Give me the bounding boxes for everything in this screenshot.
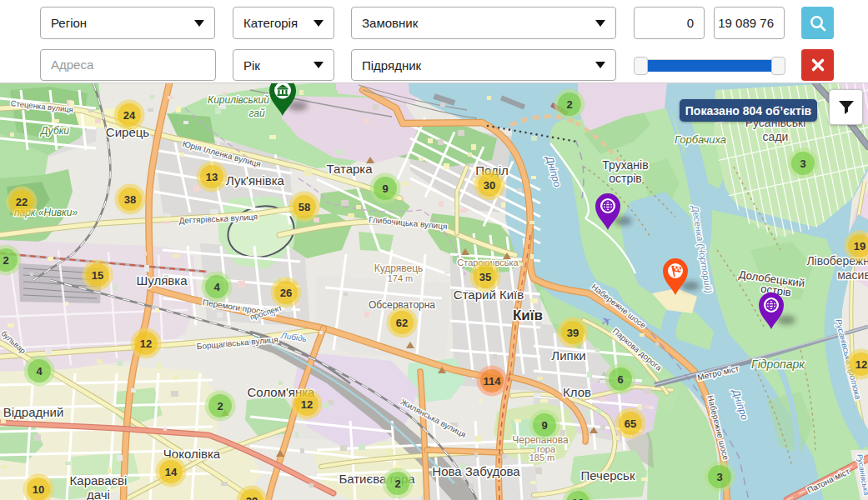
svg-text:174 m: 174 m [388, 273, 414, 283]
svg-text:Татарка: Татарка [326, 162, 373, 176]
svg-text:Липки: Липки [551, 348, 585, 362]
svg-text:Горбачиха: Горбачиха [675, 133, 726, 146]
svg-text:10: 10 [33, 483, 44, 496]
svg-text:Гідропарк: Гідропарк [751, 358, 805, 371]
svg-text:185 m: 185 m [529, 452, 555, 462]
svg-text:13: 13 [206, 171, 218, 183]
svg-text:39: 39 [567, 327, 579, 339]
svg-text:9: 9 [382, 182, 388, 195]
svg-text:4: 4 [213, 281, 220, 293]
svg-text:9: 9 [541, 419, 547, 432]
svg-text:29: 29 [246, 495, 258, 500]
svg-text:26: 26 [280, 287, 292, 299]
svg-text:Труханів: Труханів [602, 158, 648, 172]
svg-text:дачі: дачі [87, 488, 110, 500]
svg-text:Дубки: Дубки [39, 125, 69, 137]
svg-text:масив: масив [837, 268, 868, 282]
svg-text:30: 30 [484, 179, 495, 192]
svg-text:2: 2 [394, 478, 400, 490]
svg-text:12: 12 [855, 358, 867, 371]
svg-text:3: 3 [800, 158, 805, 170]
svg-text:19: 19 [854, 240, 865, 252]
svg-text:Клов: Клов [563, 385, 591, 399]
svg-text:Печерськ: Печерськ [580, 468, 635, 482]
svg-text:24: 24 [123, 109, 136, 122]
svg-text:сади: сади [763, 130, 789, 143]
svg-text:4: 4 [36, 365, 43, 378]
svg-text:Караваєві: Караваєві [70, 473, 128, 488]
svg-text:Відрадний: Відрадний [3, 405, 64, 419]
svg-text:16: 16 [572, 497, 584, 500]
svg-text:2: 2 [566, 98, 572, 111]
svg-text:12: 12 [140, 338, 152, 350]
svg-text:Шулявка: Шулявка [137, 273, 188, 288]
svg-text:15: 15 [92, 269, 103, 282]
svg-text:12: 12 [301, 398, 313, 411]
svg-text:6: 6 [617, 373, 623, 386]
svg-text:35: 35 [479, 271, 491, 283]
svg-text:38: 38 [124, 193, 136, 206]
svg-text:65: 65 [625, 418, 636, 430]
svg-text:Нова Забудова: Нова Забудова [432, 464, 520, 478]
svg-text:62: 62 [396, 317, 408, 329]
svg-text:гай: гай [248, 108, 264, 119]
svg-text:2: 2 [3, 254, 8, 267]
svg-text:14: 14 [165, 466, 178, 478]
svg-text:3: 3 [716, 471, 722, 483]
svg-text:114: 114 [484, 375, 502, 388]
svg-text:Київ: Київ [513, 308, 543, 323]
svg-text:Кирилівський: Кирилівський [208, 94, 269, 106]
svg-text:2: 2 [217, 400, 223, 412]
svg-text:Лук'янівка: Лук'янівка [226, 173, 285, 188]
svg-text:22: 22 [16, 196, 28, 208]
svg-text:58: 58 [299, 201, 310, 213]
svg-text:острів: острів [609, 172, 642, 185]
svg-text:Кудрявець: Кудрявець [374, 262, 424, 274]
